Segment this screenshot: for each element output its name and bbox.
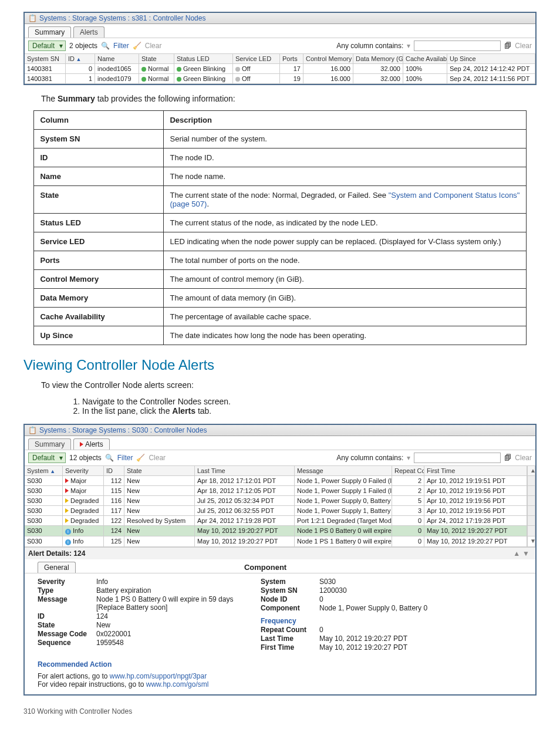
scrollbar-track[interactable] (527, 516, 535, 526)
system-status-icons-link[interactable]: "System and Component Status Icons" (pag… (170, 191, 519, 208)
table-row[interactable]: S030Major112NewApr 18, 2012 17:12:01 PDT… (25, 476, 535, 486)
col-message[interactable]: Message (295, 466, 392, 476)
cell-system: S030 (25, 536, 63, 547)
col-service-led[interactable]: Service LED (233, 54, 280, 64)
table-row[interactable]: S030Major115NewApr 18, 2012 17:12:05 PDT… (25, 486, 535, 496)
table-row: Up SinceThe date indicates how long the … (34, 326, 526, 345)
table-row[interactable]: S030Degraded122Resolved by SystemApr 24,… (25, 516, 535, 526)
tab-summary[interactable]: Summary (28, 26, 71, 38)
table-row[interactable]: S030iInfo124NewMay 10, 2012 19:20:27 PDT… (25, 526, 535, 536)
cell-id: 1 (66, 74, 95, 84)
col-state[interactable]: State (124, 466, 195, 476)
cell-control-mem: 16.000 (303, 74, 353, 84)
cell-id: 122 (104, 516, 124, 526)
lbl-severity: Severity (38, 578, 96, 586)
alert-details-title: Alert Details: 124 (28, 549, 85, 558)
search-input-2[interactable] (414, 453, 501, 463)
col-ports[interactable]: Ports (280, 54, 303, 64)
window-title: Systems : Storage Systems : s381 : Contr… (39, 14, 205, 22)
filter-select[interactable]: Default (28, 40, 66, 51)
cell-ports: 17 (280, 64, 303, 74)
row-desc: The date indicates how long the node has… (164, 326, 526, 345)
cell-last-time: Jul 25, 2012 06:32:55 PDT (195, 506, 295, 516)
clear-right-link: Clear (515, 42, 532, 50)
scrollbar-track[interactable] (527, 476, 535, 486)
cell-up-since: Sep 24, 2012 14:11:56 PDT (447, 74, 535, 84)
col-cache-avail[interactable]: Cache Availability (403, 54, 447, 64)
cell-id: 0 (66, 64, 95, 74)
scrollbar-track[interactable] (527, 496, 535, 506)
col-id[interactable]: ID (66, 54, 95, 64)
list-icon (28, 14, 39, 22)
search-input[interactable] (414, 40, 501, 51)
col-state[interactable]: State (139, 54, 174, 64)
rec-link-2[interactable]: www.hp.com/go/sml (146, 680, 209, 688)
cell-id: 116 (104, 496, 124, 506)
col-repeat[interactable]: Repeat Count (392, 466, 424, 476)
scrollbar[interactable]: ▲ (527, 466, 535, 476)
col-severity[interactable]: Severity (63, 466, 104, 476)
lbl-node-id: Node ID (261, 595, 319, 603)
lbl-message: Message (38, 595, 96, 603)
cell-first-time: May 10, 2012 19:20:27 PDT (424, 526, 527, 536)
col-last-time[interactable]: Last Time (195, 466, 295, 476)
filter-link-2[interactable]: Filter (117, 454, 133, 462)
col-name[interactable]: Name (95, 54, 139, 64)
cell-id: 125 (104, 536, 124, 547)
recommended-action: Recommended Action For alert actions, go… (25, 660, 535, 694)
cell-system: S030 (25, 506, 63, 516)
window-title-bar: Systems : Storage Systems : s381 : Contr… (25, 13, 535, 24)
lbl-system-sn: System SN (261, 586, 319, 595)
rec-link-1[interactable]: www.hp.com/support/npgt/3par (110, 672, 207, 680)
export-icon[interactable]: 🗐 (504, 42, 511, 50)
table-row[interactable]: 14003811inoded1079NormalGreen BlinkingOf… (25, 74, 535, 84)
cell-system-sn: 1400381 (25, 74, 66, 84)
cell-repeat: 5 (392, 496, 424, 506)
col-data-mem[interactable]: Data Memory (GiB) (353, 54, 403, 64)
sort-asc-icon (49, 467, 55, 474)
table-row: StateThe current state of the node: Norm… (34, 186, 526, 214)
tab-alerts[interactable]: Alerts (73, 26, 104, 38)
filter-link[interactable]: Filter (113, 42, 129, 50)
filter-icon: 🔍 (101, 42, 110, 50)
col-status-led[interactable]: Status LED (174, 54, 233, 64)
cell-severity: Degraded (63, 496, 104, 506)
cell-state: New (124, 536, 195, 547)
row-label: Name (34, 167, 164, 186)
cell-severity: Major (63, 486, 104, 496)
steps-list: Navigate to the Controller Nodes screen.… (59, 397, 537, 416)
scrollbar-track[interactable] (527, 506, 535, 516)
table-row[interactable]: S030Degraded117NewJul 25, 2012 06:32:55 … (25, 506, 535, 516)
scrollbar-bottom[interactable]: ▼ (527, 536, 535, 547)
col-up-since[interactable]: Up Since (447, 54, 535, 64)
col-system-sn[interactable]: System SN (25, 54, 66, 64)
table-row: Control MemoryThe amount of control memo… (34, 270, 526, 289)
cell-message: Port 1:2:1 Degraded (Target Mode Port We… (295, 516, 392, 526)
scrollbar-track[interactable] (527, 526, 535, 536)
cell-system: S030 (25, 516, 63, 526)
col-control-mem[interactable]: Control Memory (GiB) (303, 54, 353, 64)
collapse-expand-icon[interactable] (513, 549, 532, 558)
toolbar: Default 2 objects 🔍 Filter 🧹 Clear Any c… (25, 38, 535, 54)
col-first-time[interactable]: First Time (424, 466, 527, 476)
table-row[interactable]: S030iInfo125NewMay 10, 2012 19:20:27 PDT… (25, 536, 535, 547)
tab-alerts-2[interactable]: Alerts (73, 438, 110, 450)
subtab-general[interactable]: General (38, 562, 76, 573)
cell-severity: Degraded (63, 506, 104, 516)
lbl-repeat-count: Repeat Count (261, 626, 319, 634)
col-system[interactable]: System (25, 466, 63, 476)
contains-label: Any column contains: (336, 42, 403, 50)
table-row[interactable]: S030Degraded116NewJul 25, 2012 05:32:34 … (25, 496, 535, 506)
cell-id: 124 (104, 526, 124, 536)
cell-status-led: Green Blinking (174, 64, 233, 74)
cell-system: S030 (25, 486, 63, 496)
export-icon-2[interactable]: 🗐 (504, 454, 511, 462)
scrollbar-track[interactable] (527, 486, 535, 496)
filter-select-2[interactable]: Default (28, 453, 66, 463)
tab-summary-2[interactable]: Summary (28, 438, 71, 450)
cell-state: New (124, 476, 195, 486)
scroll-down-icon[interactable]: ▼ (530, 538, 532, 544)
col-id[interactable]: ID (104, 466, 124, 476)
table-row[interactable]: 14003810inoded1065NormalGreen BlinkingOf… (25, 64, 535, 74)
scroll-up-icon[interactable]: ▲ (530, 467, 532, 474)
